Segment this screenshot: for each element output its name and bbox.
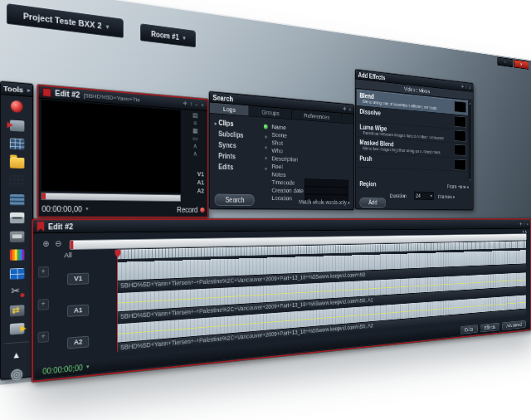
scrub-bar[interactable] [41, 193, 181, 202]
category-dot-icon[interactable] [265, 146, 267, 149]
track-header-a1[interactable]: A1 [67, 305, 89, 317]
effects-button[interactable]: Effects [480, 323, 500, 333]
track-header-v1[interactable]: V1 [67, 273, 89, 286]
project-tab[interactable]: Project Teste BXX 2 ▾ [7, 3, 124, 38]
scroll-down-icon[interactable]: ▼ [468, 178, 471, 181]
tile-view-tool-icon[interactable] [9, 138, 24, 149]
effect-thumbnail [455, 101, 466, 113]
timeline-timecode[interactable]: 00:00:00;00 [42, 363, 83, 375]
viewer-track-a1[interactable]: A1 [197, 178, 204, 186]
all-track-label[interactable]: All [64, 252, 71, 259]
tape-tool-icon[interactable] [9, 231, 24, 242]
category-syncs[interactable]: Syncs [218, 141, 236, 149]
duration-units-select[interactable]: Frames ▾ [438, 193, 455, 200]
field-shot[interactable]: Shot [271, 139, 282, 146]
record-dot-icon[interactable] [200, 208, 204, 212]
calculator-tool-icon[interactable] [9, 267, 24, 279]
tools-panel-title: Tools [3, 84, 23, 94]
settings-icon[interactable]: ✛ [519, 222, 522, 227]
settings-icon[interactable]: ✛ [461, 84, 464, 90]
bins-tool-icon[interactable] [9, 157, 24, 168]
close-icon[interactable]: × [348, 106, 351, 112]
field-reel[interactable]: Reel [271, 163, 282, 170]
category-edits[interactable]: Edits [218, 163, 233, 171]
room-tab[interactable]: Room #1 ▾ [140, 23, 196, 47]
add-effect-button[interactable]: Add [359, 198, 386, 208]
export-tool-icon[interactable] [9, 323, 24, 335]
chevron-down-icon[interactable]: ▾ [85, 206, 88, 212]
record-tool-icon[interactable] [11, 100, 23, 113]
add-track-button[interactable]: + [38, 299, 49, 310]
tab-logs[interactable]: Logs [210, 102, 250, 115]
category-dot-icon[interactable] [265, 135, 267, 138]
chevron-down-icon[interactable]: ▾ [86, 364, 89, 370]
sync-tool-icon[interactable] [9, 305, 24, 316]
clip-pad-tool-icon[interactable] [9, 175, 24, 187]
effects-scrollbar[interactable]: ▲ ▼ [468, 100, 472, 182]
viewer-record-flag-icon [42, 88, 51, 97]
close-icon[interactable]: × [527, 222, 529, 227]
viewer-track-a2[interactable]: A2 [197, 188, 204, 195]
search-button[interactable]: Search [215, 194, 255, 207]
viewer-track-v1[interactable]: V1 [197, 170, 204, 178]
scroll-up-icon[interactable]: ▲ [468, 101, 471, 105]
mark-out-icon[interactable]: ∧ [185, 149, 206, 158]
zoom-out-icon[interactable]: ⊖ [55, 239, 61, 247]
video-monitor[interactable] [41, 100, 181, 193]
category-subclips[interactable]: Subclips [218, 130, 243, 139]
alert-icon[interactable]: ! [524, 222, 525, 227]
close-button[interactable]: × [514, 60, 529, 70]
category-clips[interactable]: ▸ Clips [215, 119, 234, 128]
field-location[interactable]: Location [271, 194, 291, 202]
duration-value-select[interactable]: 24 ▾ [414, 192, 434, 200]
settings-icon[interactable]: ✛ [343, 105, 346, 111]
app-surface: Project Teste BXX 2 ▾ Room #1 ▾ – × Tool… [0, 0, 531, 385]
field-scene[interactable]: Scene [271, 130, 286, 139]
add-effects-panel: Add Effects ✛ ! × Video : Mixes BlendBle… [355, 69, 473, 210]
edits-button[interactable]: Edits [460, 325, 478, 335]
category-dot-icon[interactable] [265, 168, 267, 170]
scrub-position-marker[interactable] [41, 193, 46, 200]
minimize-button[interactable]: – [497, 57, 513, 68]
audio-levels-tool-icon[interactable] [9, 249, 24, 261]
minimize-icon[interactable]: – [195, 101, 197, 108]
alert-icon[interactable]: ! [465, 85, 466, 90]
collapse-icon[interactable]: ▸ [27, 86, 31, 94]
field-creation-date[interactable]: Creation date [271, 186, 303, 193]
viewer-timecode[interactable]: 00:00:00,00 [41, 204, 82, 212]
timeline-title: Edit #2 [48, 222, 73, 231]
import-clip-tool-icon[interactable] [9, 120, 24, 131]
field-notes[interactable]: Notes [271, 170, 285, 178]
region-select[interactable]: From Here ▾ [447, 183, 469, 189]
cut-tool-icon[interactable] [9, 286, 24, 298]
record-button[interactable]: Record [177, 206, 197, 213]
field-who[interactable]: Who [271, 147, 282, 154]
add-track-button[interactable]: + [38, 331, 49, 343]
chevron-down-icon[interactable]: ▾ [106, 23, 109, 30]
chevron-down-icon[interactable]: ▾ [183, 34, 186, 41]
zoom-in-icon[interactable]: ⊕ [42, 240, 49, 248]
upload-tool-icon[interactable] [9, 349, 24, 362]
match-whole-words-toggle[interactable]: Match whole words only ▾ [299, 198, 349, 205]
close-icon: × [520, 61, 522, 67]
expander-icon[interactable]: ▸ [215, 120, 217, 125]
settings-icon[interactable]: ✛ [183, 100, 187, 107]
search-panel-title: Search [212, 94, 233, 103]
category-active-dot-icon[interactable] [264, 125, 268, 129]
field-name[interactable]: Name [271, 123, 285, 131]
alert-icon[interactable]: ! [191, 101, 192, 108]
fingerprint-tool-icon[interactable] [11, 368, 23, 381]
room-tab-label: Room #1 [151, 30, 179, 42]
field-description[interactable]: Description [271, 154, 298, 163]
add-track-button[interactable]: + [38, 266, 49, 278]
playhead-line [117, 257, 118, 352]
category-prints[interactable]: Prints [218, 152, 236, 160]
print-tool-icon[interactable] [9, 212, 24, 223]
field-timecode[interactable]: Timecode [271, 178, 295, 186]
racks-tool-icon[interactable] [9, 193, 24, 204]
close-icon[interactable]: × [201, 102, 204, 109]
track-header-a2[interactable]: A2 [67, 336, 89, 349]
advanced-button[interactable]: Advanced [502, 320, 526, 330]
category-dot-icon[interactable] [265, 157, 267, 159]
close-icon[interactable]: × [469, 85, 470, 90]
